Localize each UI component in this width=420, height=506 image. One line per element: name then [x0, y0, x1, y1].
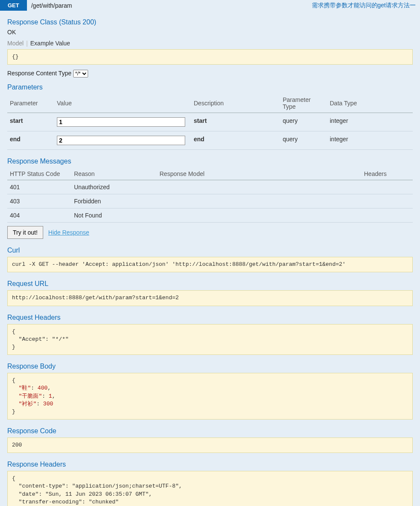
curl-heading: Curl	[7, 247, 413, 254]
status-code: 401	[7, 180, 71, 194]
operation-description: 需求携带参数才能访问的get请求方法一	[312, 2, 420, 9]
response-class-heading: Response Class (Status 200)	[7, 18, 413, 26]
tab-example-value[interactable]: Example Value	[30, 40, 70, 47]
table-row: endendqueryinteger	[7, 131, 413, 150]
parameters-heading: Parameters	[7, 83, 413, 91]
table-row: 403Forbidden	[7, 194, 413, 208]
status-code: 404	[7, 208, 71, 223]
parameters-table: Parameter Value Description Parameter Ty…	[7, 94, 413, 150]
param-type: query	[280, 131, 327, 150]
param-desc: end	[191, 131, 280, 150]
request-headers-box: { "Accept": "*/*" }	[7, 324, 413, 355]
table-row: startstartqueryinteger	[7, 113, 413, 131]
request-url-box: http://localhost:8888/get/with/param?sta…	[7, 290, 413, 306]
status-code: 403	[7, 194, 71, 208]
param-datatype: integer	[327, 131, 413, 150]
operation-header[interactable]: GET /get/with/param 需求携带参数才能访问的get请求方法一	[0, 0, 420, 11]
response-code-box: 200	[7, 438, 413, 453]
content-type-label: Response Content Type	[7, 70, 71, 77]
param-input-start[interactable]	[57, 117, 185, 127]
response-code-heading: Response Code	[7, 427, 413, 435]
operation-path: /get/with/param	[27, 2, 312, 9]
table-row: 404Not Found	[7, 208, 413, 223]
param-datatype: integer	[327, 113, 413, 131]
try-it-out-button[interactable]: Try it out!	[7, 226, 43, 239]
status-reason: Not Found	[71, 208, 157, 223]
response-messages-heading: Response Messages	[7, 158, 413, 165]
param-input-end[interactable]	[57, 136, 185, 145]
param-name: end	[7, 131, 54, 150]
status-reason: Unauthorized	[71, 180, 157, 194]
table-row: 401Unauthorized	[7, 180, 413, 194]
curl-box: curl -X GET --header 'Accept: applicatio…	[7, 257, 413, 272]
hide-response-link[interactable]: Hide Response	[48, 229, 89, 236]
response-body-heading: Response Body	[7, 363, 413, 370]
tab-model[interactable]: Model	[7, 40, 24, 47]
example-value-box[interactable]: {}	[7, 49, 413, 65]
request-url-heading: Request URL	[7, 280, 413, 288]
response-headers-heading: Response Headers	[7, 461, 413, 468]
response-messages-table: HTTP Status Code Reason Response Model H…	[7, 168, 413, 223]
request-headers-heading: Request Headers	[7, 314, 413, 321]
param-type: query	[280, 113, 327, 131]
response-body-box: { "鞋": 400, "干脆面": 1, "衬衫": 300 }	[7, 373, 413, 420]
schema-tabs: Model|Example Value	[7, 40, 413, 47]
response-headers-box: { "content-type": "application/json;char…	[7, 471, 413, 506]
http-method-badge: GET	[0, 0, 27, 11]
response-class-status: OK	[7, 29, 413, 36]
status-reason: Forbidden	[71, 194, 157, 208]
param-desc: start	[191, 113, 280, 131]
content-type-select[interactable]: */*	[73, 70, 88, 77]
param-name: start	[7, 113, 54, 131]
